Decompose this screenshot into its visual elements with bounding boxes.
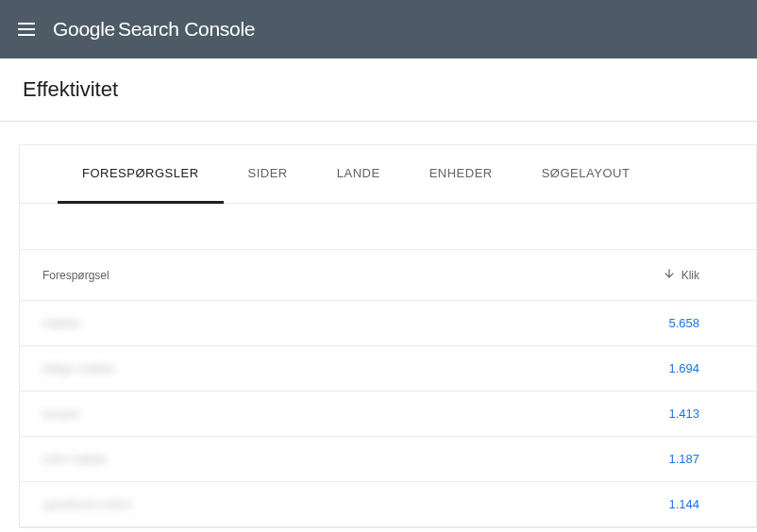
row-clicks: 5.658 [668,316,699,330]
row-query: lamper [42,407,80,421]
column-header-clicks-label: Klik [681,269,699,282]
column-header-query[interactable]: Forespørgsel [42,269,109,282]
tab-countries[interactable]: LANDE [312,145,405,203]
row-query: spisebord online [42,497,132,511]
table-row[interactable]: billige møbler 1.694 [20,346,756,391]
tab-search-appearance[interactable]: SØGELAYOUT [517,145,655,203]
row-query: sofa møbler [42,452,108,466]
spacer [20,204,756,249]
row-clicks: 1.694 [668,361,699,375]
performance-card: FORESPØRGSLER SIDER LANDE ENHEDER SØGELA… [19,144,757,528]
table-row[interactable]: lamper 1.413 [20,391,756,437]
tab-queries[interactable]: FORESPØRGSLER [58,145,224,204]
row-clicks: 1.187 [668,452,699,466]
table-header: Forespørgsel Klik [20,249,756,301]
content-area: FORESPØRGSLER SIDER LANDE ENHEDER SØGELA… [0,122,757,528]
row-query: billige møbler [42,361,115,375]
table-row[interactable]: spisebord online 1.144 [20,482,756,527]
row-clicks: 1.413 [668,407,699,421]
row-query: møbler [42,316,80,330]
table-row[interactable]: sofa møbler 1.187 [20,437,756,482]
logo-product-text: Search Console [118,18,255,41]
logo-google-text: Google [53,18,115,41]
row-clicks: 1.144 [668,497,699,511]
app-header: Google Search Console [0,0,757,58]
page-title-bar: Effektivitet [0,58,757,122]
app-logo: Google Search Console [53,18,255,41]
menu-icon[interactable] [15,18,38,41]
page-title: Effektivitet [23,77,734,102]
sort-descending-icon [663,267,676,283]
column-header-clicks[interactable]: Klik [663,267,699,283]
tabs-bar: FORESPØRGSLER SIDER LANDE ENHEDER SØGELA… [20,145,756,204]
tab-pages[interactable]: SIDER [224,145,312,203]
tab-devices[interactable]: ENHEDER [405,145,517,203]
table-row[interactable]: møbler 5.658 [20,301,756,346]
